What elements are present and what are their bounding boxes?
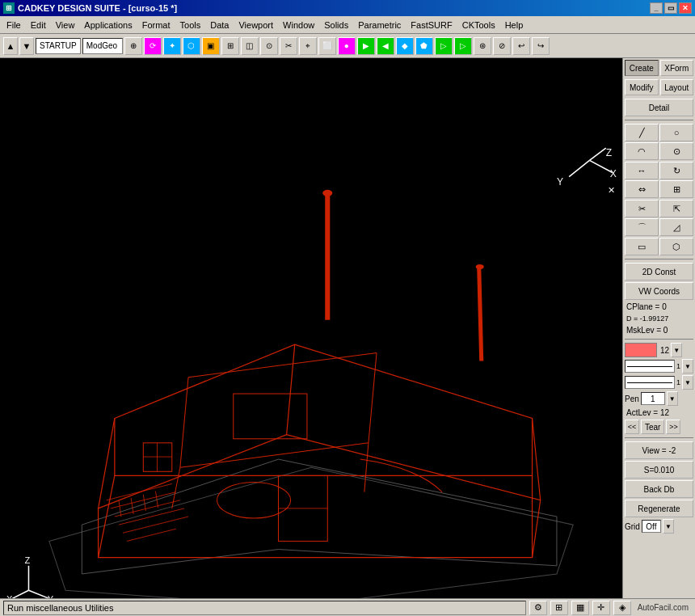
svg-line-39 xyxy=(589,160,612,172)
status-layers-btn[interactable]: ▦ xyxy=(571,601,589,615)
divider-3 xyxy=(625,339,693,340)
menu-tools[interactable]: Tools xyxy=(175,19,206,32)
main-layout: Z Y X ✕ Z X Y Create XForm Modify Layout xyxy=(0,58,695,598)
icon-btn-scale2[interactable]: ⇔ xyxy=(625,180,659,198)
toolbar-btn-13[interactable]: ▶ xyxy=(357,37,375,55)
icon-btn-polygon[interactable]: ⬡ xyxy=(659,238,693,255)
toolbar-btn-18[interactable]: ▷ xyxy=(454,37,472,55)
close-button[interactable]: ✕ xyxy=(679,2,692,14)
color-box[interactable] xyxy=(625,343,657,357)
nav-left-btn[interactable]: << xyxy=(625,420,639,434)
tear-btn[interactable]: Tear xyxy=(641,420,664,434)
status-display-btn[interactable]: ⊞ xyxy=(550,601,568,615)
icon-btn-rect[interactable]: ▭ xyxy=(625,238,659,255)
line-style-1-arrow[interactable]: ▼ xyxy=(682,359,693,373)
icon-btn-mirror[interactable]: ⊞ xyxy=(659,180,693,198)
menu-data[interactable]: Data xyxy=(205,19,234,32)
tab-modify[interactable]: Modify xyxy=(625,79,659,95)
icon-btn-line[interactable]: ╱ xyxy=(625,124,659,141)
toolbar-btn-redo[interactable]: ↪ xyxy=(532,37,550,55)
line-style-1-row: 1 ▼ xyxy=(625,359,693,373)
status-cursor-btn[interactable]: ✛ xyxy=(592,601,610,615)
btn-vw-coords[interactable]: VW Coords xyxy=(625,282,693,300)
toolbar-btn-6[interactable]: ⊞ xyxy=(221,37,239,55)
toolbar-btn-undo[interactable]: ↩ xyxy=(512,37,530,55)
toolbar-btn-20[interactable]: ⊘ xyxy=(493,37,511,55)
svg-text:Z: Z xyxy=(606,147,613,158)
tab-create[interactable]: Create xyxy=(625,60,659,76)
svg-line-5 xyxy=(287,344,295,434)
right-panel: Create XForm Modify Layout Detail ╱ ○ ◠ … xyxy=(622,58,695,598)
minimize-button[interactable]: _ xyxy=(650,2,663,14)
toolbar-down-arrow[interactable]: ▼ xyxy=(19,37,34,55)
icon-btn-move[interactable]: ↔ xyxy=(625,162,659,179)
toolbar-btn-14[interactable]: ◀ xyxy=(377,37,394,55)
tab-xform[interactable]: XForm xyxy=(660,60,694,76)
btn-scale[interactable]: S=0.010 xyxy=(625,461,693,479)
menu-applications[interactable]: Applications xyxy=(79,19,137,32)
toolbar-btn-10[interactable]: ⌖ xyxy=(299,37,317,55)
btn-regenerate[interactable]: Regenerate xyxy=(625,500,693,517)
menu-cktools[interactable]: CKTools xyxy=(457,19,500,32)
icon-btn-trim[interactable]: ✂ xyxy=(625,200,659,217)
restore-button[interactable]: ▭ xyxy=(664,2,677,14)
status-settings-btn[interactable]: ⚙ xyxy=(529,601,547,615)
menu-solids[interactable]: Solids xyxy=(319,19,353,32)
icon-btn-circle[interactable]: ○ xyxy=(659,124,693,141)
line-style-2-arrow[interactable]: ▼ xyxy=(682,375,693,390)
toolbar-btn-2[interactable]: ⟳ xyxy=(144,37,162,55)
icon-btn-fillet2[interactable]: ⌒ xyxy=(625,218,659,236)
icon-btn-point[interactable]: ⊙ xyxy=(659,142,693,160)
toolbar-btn-19[interactable]: ⊛ xyxy=(474,37,491,55)
color-dropdown-arrow[interactable]: ▼ xyxy=(671,343,682,357)
pen-value[interactable]: 1 xyxy=(641,392,665,405)
nav-right-btn[interactable]: >> xyxy=(666,420,680,434)
toolbar-btn-11[interactable]: ⬜ xyxy=(318,37,336,55)
toolbar-up-arrow[interactable]: ▲ xyxy=(3,37,18,55)
toolbar-btn-7[interactable]: ◫ xyxy=(241,37,259,55)
tab-layout[interactable]: Layout xyxy=(660,79,694,95)
icon-btn-extend[interactable]: ⇱ xyxy=(659,200,693,217)
icon-btn-arc[interactable]: ◠ xyxy=(625,142,659,160)
grid-dropdown[interactable]: ▼ xyxy=(663,519,674,534)
menu-window[interactable]: Window xyxy=(278,19,319,32)
svg-line-44 xyxy=(12,590,28,598)
grid-row: Grid Off ▼ xyxy=(625,519,693,534)
status-bar: Run miscellaneous Utilities ⚙ ⊞ ▦ ✛ ◈ Au… xyxy=(0,598,695,616)
pen-dropdown[interactable]: ▼ xyxy=(667,391,678,406)
toolbar-btn-4[interactable]: ⬡ xyxy=(183,37,200,55)
toolbar-btn-17[interactable]: ▷ xyxy=(435,37,453,55)
menu-viewport[interactable]: Viewport xyxy=(234,19,278,32)
toolbar-btn-16[interactable]: ⬟ xyxy=(415,37,433,55)
icon-btn-rotate2[interactable]: ↻ xyxy=(659,162,693,179)
divider-2 xyxy=(625,259,693,259)
grid-value[interactable]: Off xyxy=(642,520,661,533)
svg-line-38 xyxy=(569,160,589,176)
toolbar-btn-3[interactable]: ✦ xyxy=(163,37,181,55)
toolbar-btn-5[interactable]: ▣ xyxy=(202,37,220,55)
toolbar-btn-9[interactable]: ✂ xyxy=(280,37,297,55)
btn-back-db[interactable]: Back Db xyxy=(625,480,693,498)
viewport[interactable]: Z Y X ✕ Z X Y xyxy=(0,58,622,598)
btn-detail[interactable]: Detail xyxy=(625,99,693,116)
toolbar-btn-15[interactable]: ◆ xyxy=(396,37,414,55)
line-style-2-hr xyxy=(627,382,672,383)
grid-label: Grid xyxy=(625,522,640,531)
menu-parametric[interactable]: Parametric xyxy=(353,19,406,32)
actlev-label: ActLev = 12 xyxy=(626,408,669,417)
toolbar-btn-1[interactable]: ⊕ xyxy=(124,37,142,55)
menu-view[interactable]: View xyxy=(51,19,80,32)
icon-btn-chamfer[interactable]: ◿ xyxy=(659,218,693,236)
btn-view[interactable]: View = -2 xyxy=(625,441,693,459)
title-bar-controls[interactable]: _ ▭ ✕ xyxy=(650,2,692,14)
menu-format[interactable]: Format xyxy=(137,19,175,32)
toolbar-btn-8[interactable]: ⊙ xyxy=(260,37,278,55)
status-snap-btn[interactable]: ◈ xyxy=(613,601,631,615)
menu-edit[interactable]: Edit xyxy=(26,19,51,32)
btn-2d-const[interactable]: 2D Const xyxy=(625,263,693,281)
menu-help[interactable]: Help xyxy=(500,19,529,32)
menu-file[interactable]: File xyxy=(2,19,26,32)
panel-tabs-row2: Modify Layout xyxy=(625,79,693,95)
toolbar-btn-12[interactable]: ● xyxy=(338,37,356,55)
menu-fastsurf[interactable]: FastSURF xyxy=(406,19,457,32)
